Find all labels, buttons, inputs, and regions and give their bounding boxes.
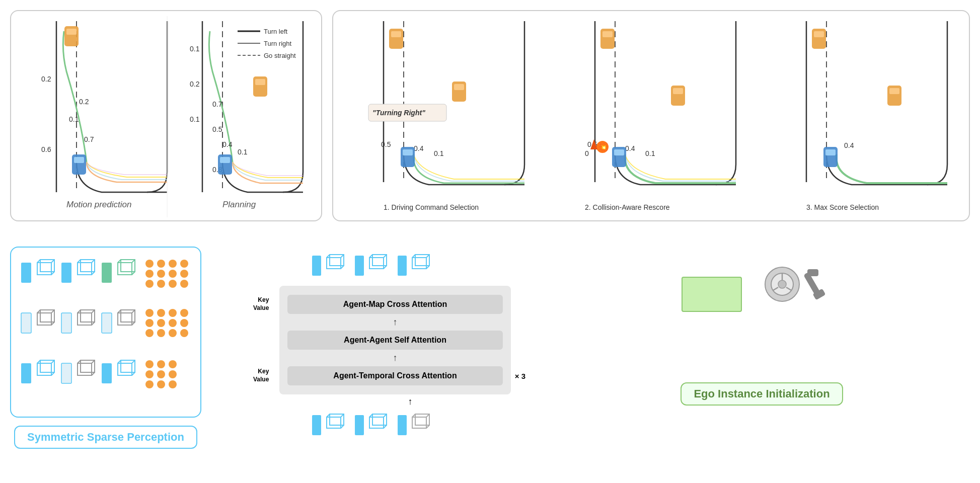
svg-point-107 — [169, 280, 177, 288]
svg-point-97 — [145, 260, 154, 268]
right-diagram-svg: 0.5 0.4 0.1 "Turning Right" — [333, 11, 977, 222]
svg-text:0.1: 0.1 — [69, 115, 79, 123]
svg-text:0.6: 0.6 — [41, 145, 51, 153]
ssp-box — [10, 247, 201, 418]
svg-rect-209 — [807, 269, 818, 276]
svg-text:0.2: 0.2 — [41, 75, 51, 83]
svg-rect-152 — [118, 363, 132, 375]
svg-point-133 — [169, 319, 177, 327]
svg-rect-64 — [673, 88, 683, 94]
svg-point-138 — [180, 329, 188, 337]
svg-rect-121 — [102, 313, 112, 333]
svg-rect-109 — [21, 313, 31, 333]
svg-rect-191 — [369, 417, 384, 428]
ego-label-container: Ego Instance Initialization — [681, 352, 843, 406]
svg-rect-179 — [412, 258, 426, 269]
svg-point-204 — [778, 280, 786, 288]
svg-point-105 — [145, 280, 154, 288]
svg-rect-45 — [403, 149, 413, 155]
svg-text:0.4: 0.4 — [844, 141, 854, 149]
svg-text:0.2: 0.2 — [79, 98, 89, 106]
svg-rect-190 — [355, 415, 364, 435]
svg-rect-115 — [61, 313, 71, 333]
svg-point-102 — [157, 270, 165, 278]
svg-rect-173 — [369, 258, 384, 269]
svg-rect-66 — [602, 31, 613, 37]
top-icons-svg — [307, 251, 478, 281]
svg-rect-185 — [327, 417, 341, 428]
svg-rect-73 — [825, 149, 836, 155]
svg-rect-26 — [220, 157, 230, 163]
svg-rect-75 — [889, 88, 899, 94]
ego-section: Ego Instance Initialization — [554, 247, 970, 406]
svg-rect-86 — [78, 263, 92, 275]
svg-point-98 — [157, 260, 165, 268]
svg-rect-92 — [118, 263, 132, 275]
svg-rect-140 — [37, 363, 51, 375]
left-diagram: 0.2 0.1 0.7 0.6 0.2 Motion prediction — [10, 10, 322, 221]
svg-text:0: 0 — [585, 149, 589, 157]
ego-green-rect — [682, 277, 742, 312]
agent-temporal-label: Agent-Temporal Cross Attention — [333, 371, 457, 380]
svg-text:2. Collision-Aware Rescore: 2. Collision-Aware Rescore — [585, 203, 670, 211]
svg-text:0.5: 0.5 — [381, 140, 391, 148]
agent-agent-label: Agent-Agent Self Attention — [344, 336, 446, 344]
svg-rect-196 — [398, 415, 407, 435]
svg-rect-197 — [412, 417, 426, 428]
agent-agent-layer: Agent-Agent Self Attention — [287, 331, 503, 350]
svg-point-104 — [180, 270, 188, 278]
right-diagram: 0.5 0.4 0.1 "Turning Right" — [332, 10, 970, 221]
arrow-2: ↑ — [287, 353, 503, 363]
attn-layers-container: KeyValue Agent-Map Cross Attention ↑ Age… — [232, 286, 523, 394]
svg-point-128 — [157, 309, 165, 317]
svg-text:0.2: 0.2 — [190, 80, 200, 88]
svg-point-157 — [145, 360, 154, 368]
svg-point-135 — [145, 329, 154, 337]
svg-rect-91 — [102, 263, 112, 283]
svg-point-132 — [157, 319, 165, 327]
ego-label: Ego Instance Initialization — [681, 382, 843, 406]
svg-point-160 — [145, 370, 154, 378]
svg-text:Motion prediction: Motion prediction — [66, 200, 131, 209]
bottom-icon-group — [262, 410, 523, 440]
kv-label-2: KeyValue — [253, 368, 269, 383]
svg-rect-145 — [61, 363, 71, 383]
svg-text:0.1: 0.1 — [238, 148, 248, 156]
svg-point-106 — [157, 280, 165, 288]
svg-rect-79 — [21, 263, 31, 283]
svg-text:Turn left: Turn left — [264, 28, 288, 35]
svg-text:"Turning Right": "Turning Right" — [372, 109, 425, 117]
svg-rect-77 — [814, 31, 824, 37]
svg-rect-62 — [614, 149, 624, 155]
ssp-label: Symmetric Sparse Perception — [14, 426, 197, 449]
svg-rect-167 — [327, 258, 341, 269]
attn-layers: KeyValue Agent-Map Cross Attention ↑ Age… — [279, 286, 511, 394]
ssp-grid-svg — [11, 248, 202, 419]
svg-point-137 — [169, 329, 177, 337]
svg-rect-139 — [21, 363, 31, 383]
svg-point-103 — [169, 270, 177, 278]
svg-point-161 — [157, 370, 165, 378]
bottom-section: Symmetric Sparse Perception — [10, 247, 970, 473]
svg-text:1. Driving Command Selection: 1. Driving Command Selection — [384, 203, 479, 211]
svg-text:0.7: 0.7 — [84, 135, 94, 143]
svg-text:Planning: Planning — [222, 200, 256, 209]
steering-icons-svg — [762, 259, 843, 309]
x3-label: × 3 — [515, 372, 525, 380]
svg-rect-80 — [37, 263, 51, 275]
svg-point-134 — [180, 319, 188, 327]
attention-block: KeyValue Agent-Map Cross Attention ↑ Age… — [232, 247, 523, 444]
svg-text:3. Max Score Selection: 3. Max Score Selection — [806, 203, 879, 211]
svg-rect-11 — [66, 29, 77, 35]
svg-text:0.1: 0.1 — [190, 115, 200, 123]
svg-rect-28 — [255, 79, 265, 85]
svg-rect-166 — [312, 256, 321, 276]
top-icon-group — [262, 251, 523, 281]
svg-rect-49 — [391, 31, 401, 37]
arrow-3: ↑ — [297, 396, 523, 407]
svg-rect-172 — [355, 256, 364, 276]
svg-rect-122 — [118, 313, 132, 325]
svg-point-100 — [180, 260, 188, 268]
svg-point-130 — [180, 309, 188, 317]
svg-point-158 — [157, 360, 165, 368]
